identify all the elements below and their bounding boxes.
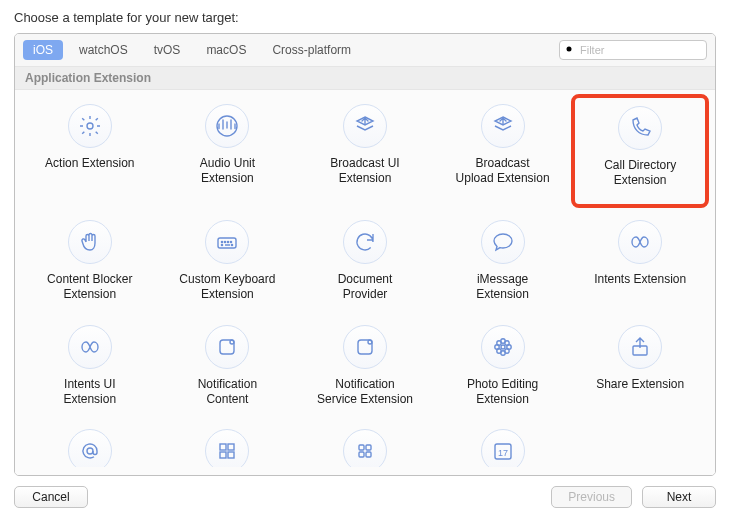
next-button[interactable]: Next [642,486,716,508]
template-notification-content[interactable]: Notification Content [159,323,297,417]
template-label: Document Provider [338,272,393,302]
layers-arrow-icon [481,104,525,148]
at-icon [68,429,112,467]
template-label: Notification Content [198,377,257,407]
template-label: Photo Editing Extension [467,377,538,407]
svg-point-9 [222,245,223,246]
svg-rect-4 [218,238,236,248]
partial-item[interactable] [21,427,159,467]
svg-rect-32 [366,445,371,450]
template-label: Intents Extension [594,272,686,287]
partial-item[interactable] [159,427,297,467]
tab-macos[interactable]: macOS [196,40,256,60]
infinity-icon [618,220,662,264]
template-notification-service-extension[interactable]: Notification Service Extension [296,323,434,417]
template-share-extension[interactable]: Share Extension [571,323,709,417]
seventeen-icon: 17 [481,429,525,467]
filter-icon [564,44,576,56]
template-intents-extension[interactable]: Intents Extension [571,218,709,312]
template-action-extension[interactable]: Action Extension [21,102,159,208]
phone-icon [618,106,662,150]
cancel-button[interactable]: Cancel [14,486,88,508]
svg-rect-12 [220,340,234,354]
svg-rect-33 [359,452,364,457]
template-label: Action Extension [45,156,134,171]
svg-point-11 [232,245,233,246]
grid4-icon [343,429,387,467]
template-label: Content Blocker Extension [47,272,132,302]
svg-point-2 [87,123,93,129]
template-label: Broadcast UI Extension [330,156,399,186]
keyboard-icon [205,220,249,264]
platform-tabbar: iOSwatchOStvOSmacOSCross-platform [15,34,715,67]
template-broadcast-ui-extension[interactable]: Broadcast UI Extension [296,102,434,208]
main-panel: iOSwatchOStvOSmacOSCross-platform Applic… [14,33,716,476]
svg-point-26 [87,448,93,454]
template-document-provider[interactable]: Document Provider [296,218,434,312]
grid-icon [205,429,249,467]
svg-point-21 [496,340,500,344]
gear-icon [68,104,112,148]
svg-point-22 [504,340,508,344]
partial-item[interactable] [296,427,434,467]
template-label: Notification Service Extension [317,377,413,407]
svg-point-13 [230,340,234,344]
tab-tvos[interactable]: tvOS [144,40,191,60]
template-photo-editing-extension[interactable]: Photo Editing Extension [434,323,572,417]
partial-item[interactable]: 17 [434,427,572,467]
template-call-directory-extension[interactable]: Call Directory Extension [571,94,709,208]
svg-rect-31 [359,445,364,450]
svg-point-16 [501,345,505,349]
dialog-title: Choose a template for your new target: [14,10,716,25]
tab-cross-platform[interactable]: Cross-platform [262,40,361,60]
filter-input[interactable] [559,40,707,60]
footer: Cancel Previous Next [14,476,716,508]
svg-point-0 [567,47,572,52]
svg-rect-28 [228,444,234,450]
svg-point-23 [496,348,500,352]
svg-rect-27 [220,444,226,450]
share-icon [618,325,662,369]
template-content-blocker-extension[interactable]: Content Blocker Extension [21,218,159,312]
soundwave-icon [205,104,249,148]
template-label: Custom Keyboard Extension [179,272,275,302]
template-label: Call Directory Extension [604,158,676,188]
flower-icon [481,325,525,369]
template-broadcast-upload-extension[interactable]: Broadcast Upload Extension [434,102,572,208]
square-dot-icon [205,325,249,369]
partial-row: 17 [21,427,709,467]
svg-point-15 [368,340,372,344]
filter-field-wrap [559,40,707,60]
svg-rect-14 [358,340,372,354]
tab-ios[interactable]: iOS [23,40,63,60]
svg-point-24 [504,348,508,352]
svg-point-7 [228,242,229,243]
svg-text:17: 17 [498,448,508,458]
svg-point-8 [231,242,232,243]
template-label: Broadcast Upload Extension [456,156,550,186]
template-chooser: Choose a template for your new target: i… [0,0,730,518]
tab-watchos[interactable]: watchOS [69,40,138,60]
template-intents-ui-extension[interactable]: Intents UI Extension [21,323,159,417]
svg-point-6 [225,242,226,243]
refresh-icon [343,220,387,264]
svg-rect-34 [366,452,371,457]
svg-line-1 [571,51,574,54]
template-label: Intents UI Extension [63,377,116,407]
template-audio-unit-extension[interactable]: Audio Unit Extension [159,102,297,208]
section-header: Application Extension [15,67,715,90]
svg-rect-29 [220,452,226,458]
template-custom-keyboard-extension[interactable]: Custom Keyboard Extension [159,218,297,312]
svg-point-5 [222,242,223,243]
svg-rect-30 [228,452,234,458]
speech-icon [481,220,525,264]
partial-item [571,427,709,467]
infinity-icon [68,325,112,369]
layers-arrow-icon [343,104,387,148]
template-label: Share Extension [596,377,684,392]
square-dot-icon [343,325,387,369]
platform-tabs: iOSwatchOStvOSmacOSCross-platform [23,40,367,60]
template-imessage-extension[interactable]: iMessage Extension [434,218,572,312]
template-label: Audio Unit Extension [200,156,255,186]
template-label: iMessage Extension [476,272,529,302]
